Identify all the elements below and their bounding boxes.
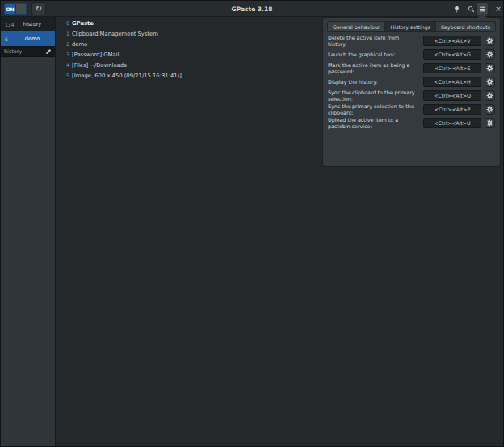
about-button[interactable] xyxy=(450,2,463,15)
shortcut-row-mark-password: Mark the active item as being a password… xyxy=(323,61,500,75)
shortcut-row-display-history: Display the history: xyxy=(323,75,500,89)
item-index: 3 xyxy=(63,52,69,57)
switch-on-label: ON xyxy=(5,4,15,14)
tracking-on-switch[interactable]: ON xyxy=(4,3,27,15)
shortcut-row-sync-clipboard-primary: Sync the clipboard to the primary select… xyxy=(323,89,500,102)
close-icon: × xyxy=(495,5,502,13)
gear-icon xyxy=(486,119,494,127)
sidebar-item-history[interactable]: 134 history xyxy=(1,17,55,31)
history-item-count: 134 xyxy=(1,22,15,27)
shortcut-label: Display the history: xyxy=(328,79,423,86)
shortcut-settings-button[interactable] xyxy=(485,49,495,60)
history-name-entry-row xyxy=(1,46,55,57)
histories-sidebar: 134 history 6 demo xyxy=(1,17,56,446)
item-index: 2 xyxy=(63,41,69,47)
shortcut-value-input[interactable] xyxy=(423,90,481,101)
header-bar: GPaste 3.18 ON ↻ xyxy=(1,1,503,17)
gear-icon xyxy=(486,106,494,113)
edit-pencil-icon[interactable] xyxy=(45,48,52,55)
item-text: [Password] GMail xyxy=(72,52,119,58)
tab-general-behaviour[interactable]: General behaviour xyxy=(327,21,385,32)
popover-arrow xyxy=(477,13,487,18)
item-index: 0 xyxy=(63,20,69,26)
shortcut-settings-button[interactable] xyxy=(485,104,495,115)
window-title: GPaste 3.18 xyxy=(1,1,503,17)
shortcut-row-upload-pastebin: Upload the active item to a pastebin ser… xyxy=(323,116,500,130)
lightbulb-icon xyxy=(453,6,460,13)
shortcut-value-input[interactable] xyxy=(423,63,481,73)
shortcut-settings-button[interactable] xyxy=(485,77,495,87)
gear-icon xyxy=(486,51,494,58)
shortcut-label: Sync the primary selection to the clipbo… xyxy=(328,103,423,116)
item-text: demo xyxy=(72,41,87,48)
gear-icon xyxy=(486,65,494,72)
shortcut-value-input[interactable] xyxy=(423,49,481,60)
item-index: 4 xyxy=(63,62,69,68)
shortcut-value-input[interactable] xyxy=(423,36,481,46)
item-text: GPaste xyxy=(72,20,94,27)
settings-popover: General behaviour History settings Keybo… xyxy=(322,17,501,167)
shortcut-settings-button[interactable] xyxy=(485,118,495,128)
item-index: 5 xyxy=(63,73,69,78)
window-close-button[interactable]: × xyxy=(492,2,504,15)
shortcut-value-input[interactable] xyxy=(423,104,481,115)
tab-history-settings[interactable]: History settings xyxy=(385,21,436,32)
item-index: 1 xyxy=(63,31,69,36)
gear-icon xyxy=(486,92,494,99)
shortcut-row-launch-tool: Launch the graphical tool: xyxy=(323,48,500,61)
keyboard-shortcuts-panel: Delete the active item from history: xyxy=(323,34,500,130)
shortcut-settings-button[interactable] xyxy=(485,90,495,101)
shortcut-value-input[interactable] xyxy=(423,118,481,128)
shortcut-settings-button[interactable] xyxy=(485,36,495,46)
item-text: [Files] ~/Downloads xyxy=(72,62,127,69)
item-text: [Image, 600 x 450 (09/21/15 16:31:41)] xyxy=(72,73,182,79)
shortcut-row-sync-primary-clipboard: Sync the primary selection to the clipbo… xyxy=(323,102,500,116)
shortcut-value-input[interactable] xyxy=(423,77,481,87)
gear-icon xyxy=(486,78,494,86)
shortcut-label: Delete the active item from history: xyxy=(328,35,423,48)
history-item-count: 6 xyxy=(1,36,15,42)
refresh-icon: ↻ xyxy=(36,5,42,13)
shortcut-label: Mark the active item as being a password… xyxy=(328,62,423,75)
shortcut-label: Upload the active item to a pastebin ser… xyxy=(328,117,423,130)
gear-icon xyxy=(486,37,494,44)
shortcut-label: Launch the graphical tool: xyxy=(328,52,423,58)
refresh-button[interactable]: ↻ xyxy=(32,2,46,15)
hamburger-menu-icon xyxy=(479,6,486,13)
search-icon xyxy=(468,6,475,13)
history-item-name: demo xyxy=(15,36,55,42)
gpaste-window: GPaste 3.18 ON ↻ xyxy=(0,0,504,447)
shortcut-settings-button[interactable] xyxy=(485,63,495,73)
settings-tabs: General behaviour History settings Keybo… xyxy=(323,21,500,32)
shortcut-label: Sync the clipboard to the primary select… xyxy=(328,90,423,102)
tab-keyboard-shortcuts[interactable]: Keyboard shortcuts xyxy=(436,21,496,32)
history-item-name: history xyxy=(15,21,55,27)
sidebar-item-demo[interactable]: 6 demo xyxy=(1,31,55,46)
history-name-input[interactable] xyxy=(4,48,45,55)
switch-knob xyxy=(15,4,26,14)
item-text: Clipboard Management System xyxy=(72,31,158,37)
shortcut-row-delete-active: Delete the active item from history: xyxy=(323,34,500,48)
